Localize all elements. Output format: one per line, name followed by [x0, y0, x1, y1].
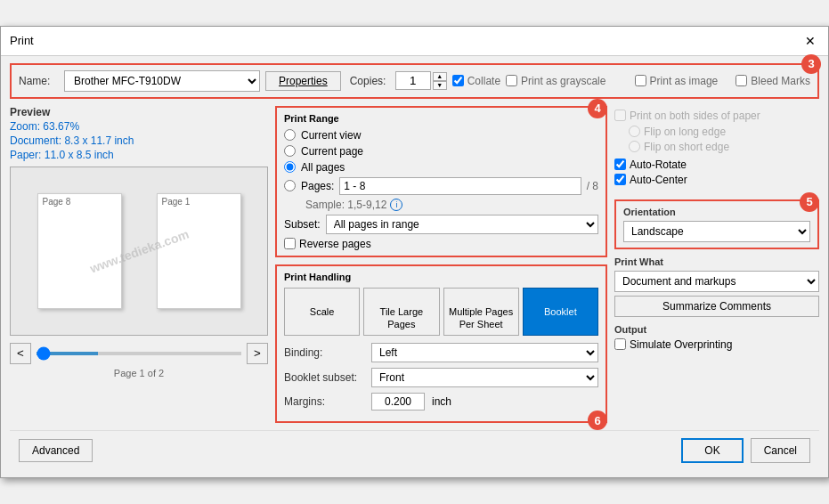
- binding-label: Binding:: [284, 346, 364, 359]
- print-what-select[interactable]: Document and markups: [614, 271, 819, 292]
- current-page-radio[interactable]: [284, 145, 296, 157]
- tile-button[interactable]: Tile Large Pages: [363, 288, 439, 337]
- properties-button[interactable]: Properties: [265, 71, 341, 91]
- simulate-overprinting-row: Simulate Overprinting: [614, 338, 819, 351]
- document-row: Document: 8.3 x 11.7 inch: [10, 134, 268, 147]
- page-slider[interactable]: [37, 352, 241, 355]
- all-pages-radio[interactable]: [284, 161, 296, 173]
- badge-3: 3: [801, 54, 821, 74]
- copies-input[interactable]: [395, 71, 431, 90]
- page8-label: Page 8: [43, 197, 71, 207]
- scale-button[interactable]: Scale: [284, 288, 360, 337]
- copies-row: Copies: ▲ ▼ Collate Print as grayscale: [350, 71, 606, 90]
- margins-input[interactable]: [371, 393, 425, 411]
- preview-page-8-container: Page 8: [37, 193, 122, 309]
- main-content: Preview Zoom: 63.67% Document: 8.3 x 11.…: [10, 106, 819, 424]
- prev-page-button[interactable]: <: [10, 343, 31, 364]
- multiple-pages-button[interactable]: Multiple Pages Per Sheet: [443, 288, 519, 337]
- auto-rotate-checkbox[interactable]: [614, 159, 626, 170]
- simulate-overprinting-checkbox[interactable]: [614, 338, 626, 350]
- margins-label: Margins:: [284, 395, 364, 408]
- paper-label: Paper:: [10, 149, 41, 161]
- paper-row: Paper: 11.0 x 8.5 inch: [10, 149, 268, 161]
- pages-input[interactable]: [339, 177, 581, 195]
- print-as-image-checkbox[interactable]: [635, 75, 646, 86]
- simulate-overprinting-label: Simulate Overprinting: [630, 338, 732, 351]
- flip-long-label: Flip on long edge: [644, 126, 726, 138]
- auto-rotate-label: Auto-Rotate: [630, 159, 687, 171]
- printer-select[interactable]: Brother MFC-T910DW: [64, 70, 260, 92]
- binding-select[interactable]: Left: [371, 343, 598, 362]
- cancel-button[interactable]: Cancel: [751, 438, 810, 463]
- preview-box: Page 8 Page 1 www.tedieka.com: [10, 167, 268, 336]
- dialog-title: Print: [10, 34, 34, 47]
- zoom-row: Zoom: 63.67%: [10, 120, 268, 133]
- page1-label: Page 1: [162, 197, 191, 207]
- badge-6: 6: [588, 411, 607, 430]
- preview-page-1-container: Page 1: [157, 193, 241, 309]
- close-button[interactable]: ✕: [801, 32, 819, 50]
- auto-center-row: Auto-Center: [614, 174, 819, 186]
- ok-cancel-buttons: OK Cancel: [681, 438, 810, 463]
- subset-label: Subset:: [284, 218, 321, 231]
- page-indicator: Page 1 of 2: [10, 368, 268, 378]
- sample-text: Sample: 1,5-9,12: [305, 199, 386, 211]
- printer-name-row: Name: Brother MFC-T910DW Properties: [19, 70, 341, 92]
- flip-long-radio[interactable]: [629, 126, 640, 137]
- bleed-marks-label[interactable]: Bleed Marks: [736, 75, 810, 87]
- current-view-radio[interactable]: [284, 129, 296, 141]
- copies-down[interactable]: ▼: [433, 81, 447, 90]
- pages-of: / 8: [587, 180, 598, 192]
- grayscale-label: Print as grayscale: [521, 75, 605, 87]
- pages-label: Pages:: [301, 180, 334, 192]
- print-as-image-label[interactable]: Print as image: [635, 75, 719, 87]
- preview-panel: Preview Zoom: 63.67% Document: 8.3 x 11.…: [10, 106, 268, 424]
- top-right-options: Print as image Bleed Marks: [635, 75, 810, 87]
- grayscale-checkbox[interactable]: [506, 75, 517, 86]
- output-section: Output Simulate Overprinting: [614, 324, 819, 351]
- flip-short-radio[interactable]: [629, 141, 640, 152]
- booklet-button[interactable]: Booklet: [523, 288, 598, 337]
- multiple-pages-label: Multiple Pages Per Sheet: [449, 306, 513, 329]
- ok-button[interactable]: OK: [681, 438, 743, 463]
- output-title: Output: [614, 324, 819, 335]
- badge-4: 4: [588, 99, 607, 118]
- subset-select[interactable]: All pages in range: [326, 215, 598, 234]
- collate-checkbox[interactable]: [452, 75, 464, 86]
- preview-page-8: [37, 193, 122, 309]
- all-pages-row: All pages: [284, 161, 598, 174]
- page-nav: < >: [10, 343, 268, 364]
- pages-radio[interactable]: [284, 180, 296, 191]
- binding-row: Binding: Left: [284, 343, 598, 362]
- current-page-label: Current page: [301, 145, 363, 158]
- booklet-subset-select[interactable]: Front: [371, 368, 598, 387]
- preview-info: Preview Zoom: 63.67% Document: 8.3 x 11.…: [10, 106, 268, 161]
- subset-row: Subset: All pages in range: [284, 215, 598, 234]
- right-panel: Print on both sides of paper Flip on lon…: [614, 106, 819, 424]
- print-both-sides-checkbox[interactable]: [614, 110, 626, 121]
- bleed-marks-checkbox[interactable]: [736, 75, 747, 86]
- paper-value: 11.0 x 8.5 inch: [45, 149, 114, 161]
- sample-row: Sample: 1,5-9,12 i: [305, 199, 598, 211]
- orientation-select[interactable]: Landscape: [623, 221, 810, 242]
- orientation-title: Orientation: [623, 207, 810, 217]
- auto-center-checkbox[interactable]: [614, 174, 626, 185]
- summarize-comments-button[interactable]: Summarize Comments: [614, 296, 819, 317]
- tile-label: Tile Large Pages: [380, 306, 424, 329]
- next-page-button[interactable]: >: [247, 343, 268, 364]
- name-label: Name:: [19, 75, 59, 87]
- reverse-checkbox[interactable]: [284, 238, 296, 249]
- auto-rotate-row: Auto-Rotate: [614, 159, 819, 171]
- duplex-section: Print on both sides of paper Flip on lon…: [614, 106, 819, 192]
- advanced-button[interactable]: Advanced: [19, 439, 93, 462]
- collate-checkbox-label[interactable]: Collate: [452, 75, 500, 87]
- print-both-sides-label[interactable]: Print on both sides of paper: [614, 110, 819, 122]
- copies-up[interactable]: ▲: [433, 72, 447, 81]
- booklet-subset-row: Booklet subset: Front: [284, 368, 598, 387]
- reverse-row: Reverse pages: [284, 238, 598, 250]
- printer-section: 3 Name: Brother MFC-T910DW Properties Co…: [10, 63, 819, 99]
- bottom-bar: Advanced OK Cancel: [10, 430, 819, 470]
- grayscale-checkbox-label[interactable]: Print as grayscale: [506, 75, 605, 87]
- info-icon[interactable]: i: [390, 199, 402, 211]
- dialog-body: 3 Name: Brother MFC-T910DW Properties Co…: [1, 56, 828, 478]
